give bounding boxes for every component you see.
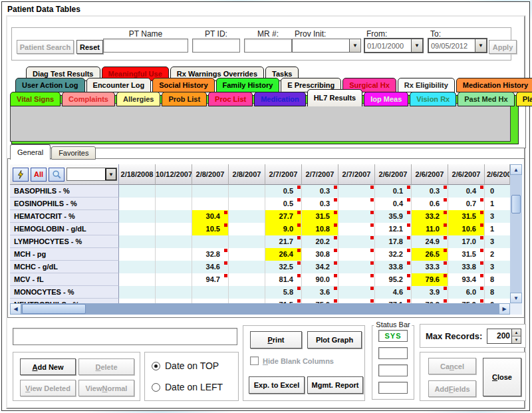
grid-cell[interactable] (119, 185, 156, 198)
grid-cell[interactable]: 34.2 (302, 261, 338, 273)
tab-hl7-results[interactable]: HL7 Results (307, 89, 363, 106)
row-label[interactable]: HEMATOCRIT - % (10, 210, 119, 223)
scroll-left-icon[interactable]: ◀ (10, 303, 21, 315)
tab-vision-rx[interactable]: Vision Rx (410, 92, 456, 106)
grid-cell[interactable] (119, 210, 156, 223)
row-label[interactable]: BASOPHILS - % (10, 185, 119, 198)
grid-cell[interactable]: 0.5 (265, 198, 302, 210)
to-date-combo[interactable]: 09/05/2012 ▼ (428, 38, 487, 53)
grid-cell[interactable] (229, 198, 265, 210)
add-fields-button[interactable]: Add Fields (428, 380, 476, 397)
grid-cell[interactable] (119, 235, 156, 248)
grid-cell[interactable]: 3 (485, 210, 510, 223)
grid-cell[interactable] (192, 235, 229, 248)
grid-cell[interactable]: 3.9 (412, 286, 448, 299)
grid-cell[interactable]: 30.4 (192, 210, 229, 223)
column-header-2-7-2007-5[interactable]: 2/7/2007 (302, 164, 338, 185)
pt-name-input[interactable] (103, 39, 188, 53)
column-header-2-6-2007-8[interactable]: 2/6/2007 (412, 164, 448, 185)
lightning-button[interactable] (13, 168, 29, 182)
scroll-right-icon[interactable]: ▶ (499, 303, 510, 315)
row-label[interactable]: MCV - fL (10, 273, 119, 286)
prov-init-combo[interactable]: ▼ (292, 39, 361, 53)
hide-blank-columns-label[interactable]: Hide Blank Columns (263, 357, 334, 365)
grid-cell[interactable] (156, 223, 192, 235)
export-to-excel-button[interactable]: Exp. to Excel (249, 376, 305, 394)
grid-cell[interactable] (338, 198, 375, 210)
grid-cell[interactable]: 75.9 (448, 299, 485, 303)
scroll-down-icon[interactable]: ▼ (510, 293, 522, 303)
column-header-2-7-2007-6[interactable]: 2/7/2007 (338, 164, 375, 185)
grid-cell[interactable]: 9.0 (265, 223, 302, 235)
grid-cell[interactable]: 6 (485, 299, 510, 303)
grid-cell[interactable]: 0.4 (448, 185, 485, 198)
note-textbox[interactable] (13, 328, 237, 345)
chevron-down-icon[interactable]: ▼ (349, 39, 360, 52)
grid-cell[interactable]: 3.6 (302, 286, 338, 299)
grid-cell[interactable] (119, 248, 156, 261)
tab-allergies[interactable]: Allergies (116, 92, 160, 106)
grid-cell[interactable]: 0 (485, 185, 510, 198)
grid-cell[interactable] (119, 273, 156, 286)
vertical-scrollbar[interactable]: ▲ ▼ (510, 164, 522, 303)
date-on-left-option[interactable]: Date on LEFT (152, 382, 223, 392)
grid-cell[interactable]: 0.3 (302, 198, 338, 210)
spinner-up-icon[interactable]: ▲ (512, 329, 521, 337)
grid-cell[interactable]: 35.9 (375, 210, 412, 223)
v-scroll-thumb[interactable] (511, 195, 521, 213)
grid-cell[interactable]: 24.9 (412, 235, 448, 248)
grid-cell[interactable] (338, 248, 375, 261)
grid-cell[interactable]: 10.6 (448, 223, 485, 235)
grid-cell[interactable] (338, 185, 375, 198)
tab-vital-signs[interactable]: Vital Signs (10, 92, 61, 106)
grid-cell[interactable] (229, 286, 265, 299)
grid-cell[interactable]: 30.8 (302, 248, 338, 261)
grid-cell[interactable] (229, 273, 265, 286)
grid-cell[interactable]: 75.6 (302, 299, 338, 303)
column-header-2-8-2007-2[interactable]: 2/8/2007 (192, 164, 229, 185)
grid-cell[interactable]: 93.4 (448, 273, 485, 286)
chevron-down-icon[interactable]: ▼ (475, 39, 486, 52)
field-filter-combo[interactable]: ▼ (66, 168, 117, 181)
grid-cell[interactable]: 81.4 (265, 273, 302, 286)
tab-complaints[interactable]: Complaints (62, 92, 115, 106)
grid-cell[interactable]: 94.7 (192, 273, 229, 286)
grid-cell[interactable] (338, 223, 375, 235)
tab-iop-meas[interactable]: Iop Meas (364, 92, 408, 106)
column-header-2-7-2007-4[interactable]: 2/7/2007 (265, 164, 302, 185)
grid-cell[interactable]: 2 (485, 248, 510, 261)
grid-cell[interactable]: 34.6 (192, 261, 229, 273)
horizontal-scrollbar[interactable]: ◀ ▶ (10, 303, 510, 315)
grid-cell[interactable] (229, 185, 265, 198)
max-records-stepper[interactable]: 200 ▲ ▼ (487, 329, 521, 344)
radio-selected-icon[interactable] (152, 362, 160, 370)
grid-cell[interactable]: 32.5 (265, 261, 302, 273)
grid-cell[interactable] (338, 286, 375, 299)
grid-cell[interactable] (156, 286, 192, 299)
column-header-2-18-2008-0[interactable]: 2/18/2008 (119, 164, 156, 185)
grid-cell[interactable]: 1 (485, 223, 510, 235)
grid-cell[interactable]: 32.8 (192, 248, 229, 261)
chevron-down-icon[interactable]: ▼ (105, 168, 116, 180)
grid-cell[interactable]: 33.8 (448, 261, 485, 273)
cancel-button[interactable]: Cancel (428, 358, 476, 374)
grid-cell[interactable] (156, 273, 192, 286)
grid-cell[interactable] (338, 210, 375, 223)
apply-button[interactable]: Apply (489, 40, 517, 54)
tab-plan-1[interactable]: Plan 1 (516, 92, 532, 106)
grid-cell[interactable]: 26.5 (412, 248, 448, 261)
grid-cell[interactable]: 0.3 (302, 185, 338, 198)
grid-cell[interactable]: 17.0 (448, 235, 485, 248)
grid-cell[interactable]: 32.2 (375, 248, 412, 261)
grid-cell[interactable] (156, 210, 192, 223)
grid-cell[interactable]: 8 (485, 286, 510, 299)
grid-cell[interactable] (338, 235, 375, 248)
grid-cell[interactable]: 0.1 (375, 185, 412, 198)
grid-cell[interactable] (156, 261, 192, 273)
view-deleted-button[interactable]: View Deleted (20, 380, 76, 396)
grid-cell[interactable] (119, 198, 156, 210)
h-scroll-thumb[interactable] (22, 304, 86, 314)
grid-cell[interactable]: 0.3 (412, 185, 448, 198)
tab-proc-list[interactable]: Proc List (208, 92, 253, 106)
grid-cell[interactable]: 33.8 (375, 261, 412, 273)
